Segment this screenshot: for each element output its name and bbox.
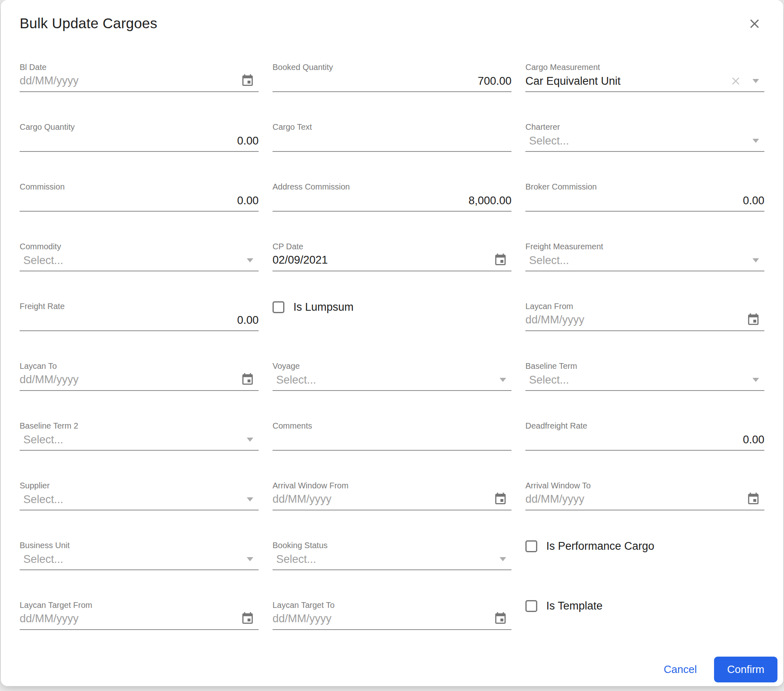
field-label: Laycan Target To — [273, 601, 511, 610]
is-template-checkbox[interactable]: Is Template — [525, 600, 764, 612]
field-value: dd/MM/yyyy — [525, 492, 746, 506]
field-value: Select... — [273, 373, 500, 386]
cancel-button[interactable]: Cancel — [656, 659, 704, 680]
dropdown-arrow-icon[interactable] — [752, 378, 759, 382]
booking-status-input[interactable]: Select... — [273, 553, 511, 569]
bl-date-input[interactable]: dd/MM/yyyy — [20, 74, 259, 91]
freight-rate-input[interactable]: 0.00 — [20, 314, 259, 330]
dropdown-arrow-icon[interactable] — [500, 378, 506, 382]
calendar-icon[interactable] — [493, 492, 507, 506]
field-laycan-from: Laycan Fromdd/MM/yyyy — [525, 302, 764, 331]
calendar-icon[interactable] — [493, 253, 507, 267]
field-label: Baseline Term — [525, 361, 764, 371]
field-value — [273, 134, 511, 147]
field-label: Cargo Measurement — [525, 63, 764, 72]
close-icon[interactable] — [747, 16, 762, 31]
field-is-performance-cargo: Is Performance Cargo — [525, 541, 764, 570]
field-value: Select... — [525, 373, 752, 386]
field-baseline-term-2: Baseline Term 2Select... — [20, 421, 259, 451]
field-label: Arrival Window From — [273, 481, 511, 490]
is-lumpsum-checkbox[interactable]: Is Lumpsum — [273, 301, 511, 314]
checkbox-icon[interactable] — [273, 301, 284, 313]
field-voyage: VoyageSelect... — [273, 361, 511, 391]
field-label: Bl Date — [20, 63, 259, 72]
charterer-input[interactable]: Select... — [525, 134, 764, 151]
calendar-icon[interactable] — [241, 373, 255, 386]
baseline-term-input[interactable]: Select... — [525, 373, 764, 390]
field-label: Supplier — [20, 481, 259, 490]
dropdown-arrow-icon[interactable] — [247, 557, 253, 561]
cargo-text-input[interactable] — [273, 134, 511, 151]
voyage-input[interactable]: Select... — [273, 373, 511, 390]
field-charterer: ChartererSelect... — [525, 122, 764, 152]
field-value: dd/MM/yyyy — [273, 492, 493, 506]
cargo-measurement-input[interactable]: Car Equivalent Unit — [525, 75, 764, 91]
field-address-commission: Address Commission8,000.00 — [273, 182, 511, 212]
arrival-window-from-input[interactable]: dd/MM/yyyy — [273, 492, 511, 510]
calendar-icon[interactable] — [241, 612, 255, 626]
laycan-target-from-input[interactable]: dd/MM/yyyy — [20, 612, 259, 629]
field-value: dd/MM/yyyy — [20, 612, 241, 625]
field-label: Freight Rate — [20, 302, 259, 311]
field-label: Booked Quantity — [273, 63, 511, 72]
field-value: dd/MM/yyyy — [20, 74, 241, 87]
is-performance-cargo-checkbox[interactable]: Is Performance Cargo — [525, 540, 764, 553]
dropdown-arrow-icon[interactable] — [752, 139, 759, 143]
field-label: Commodity — [20, 242, 259, 251]
calendar-icon[interactable] — [241, 74, 255, 88]
field-commodity: CommoditySelect... — [20, 242, 259, 271]
field-label: Laycan From — [525, 302, 764, 311]
field-cargo-text: Cargo Text — [273, 122, 511, 152]
field-value: Select... — [20, 254, 247, 267]
field-laycan-to: Laycan Todd/MM/yyyy — [20, 361, 259, 391]
calendar-icon[interactable] — [746, 492, 760, 506]
confirm-button[interactable]: Confirm — [714, 657, 777, 682]
dropdown-arrow-icon[interactable] — [247, 497, 253, 501]
checkbox-label: Is Lumpsum — [293, 301, 354, 314]
comments-input[interactable] — [273, 433, 511, 450]
field-label: Comments — [273, 421, 511, 431]
field-value: 0.00 — [20, 134, 259, 147]
field-label: Commission — [20, 182, 259, 192]
field-label: Charterer — [525, 122, 764, 132]
address-commission-input[interactable]: 8,000.00 — [273, 194, 511, 211]
commodity-input[interactable]: Select... — [20, 254, 259, 271]
field-value: Select... — [20, 493, 247, 506]
field-value — [273, 433, 511, 446]
dropdown-arrow-icon[interactable] — [500, 557, 506, 561]
laycan-target-to-input[interactable]: dd/MM/yyyy — [273, 612, 511, 629]
field-value: 0.00 — [20, 314, 259, 327]
dialog-footer: Cancel Confirm — [20, 630, 777, 682]
arrival-window-to-input[interactable]: dd/MM/yyyy — [525, 492, 764, 510]
field-cp-date: CP Date02/09/2021 — [273, 242, 511, 271]
dropdown-arrow-icon[interactable] — [247, 258, 253, 262]
baseline-term-2-input[interactable]: Select... — [20, 433, 259, 450]
freight-measurement-input[interactable]: Select... — [525, 254, 764, 271]
field-laycan-target-to: Laycan Target Todd/MM/yyyy — [273, 601, 511, 630]
field-laycan-target-from: Laycan Target Fromdd/MM/yyyy — [20, 601, 259, 630]
deadfreight-rate-input[interactable]: 0.00 — [525, 433, 764, 450]
commission-input[interactable]: 0.00 — [20, 194, 259, 211]
calendar-icon[interactable] — [746, 313, 760, 327]
field-cargo-quantity: Cargo Quantity0.00 — [20, 122, 259, 152]
clear-icon[interactable] — [730, 75, 742, 87]
field-label: Deadfreight Rate — [525, 421, 764, 431]
broker-commission-input[interactable]: 0.00 — [525, 194, 764, 211]
field-label: Laycan Target From — [20, 601, 259, 610]
dropdown-arrow-icon[interactable] — [247, 438, 253, 442]
laycan-from-input[interactable]: dd/MM/yyyy — [525, 313, 764, 330]
dropdown-arrow-icon[interactable] — [752, 258, 759, 262]
booked-quantity-input[interactable]: 700.00 — [273, 75, 511, 91]
cargo-quantity-input[interactable]: 0.00 — [20, 134, 259, 151]
laycan-to-input[interactable]: dd/MM/yyyy — [20, 373, 259, 390]
checkbox-icon[interactable] — [525, 540, 537, 552]
field-bl-date: Bl Datedd/MM/yyyy — [20, 63, 259, 92]
calendar-icon[interactable] — [493, 612, 507, 626]
supplier-input[interactable]: Select... — [20, 493, 259, 510]
field-value: 02/09/2021 — [273, 253, 493, 266]
cp-date-input[interactable]: 02/09/2021 — [273, 253, 511, 271]
field-label: Baseline Term 2 — [20, 421, 259, 431]
business-unit-input[interactable]: Select... — [20, 553, 259, 569]
checkbox-icon[interactable] — [525, 600, 537, 612]
dropdown-arrow-icon[interactable] — [752, 79, 759, 83]
